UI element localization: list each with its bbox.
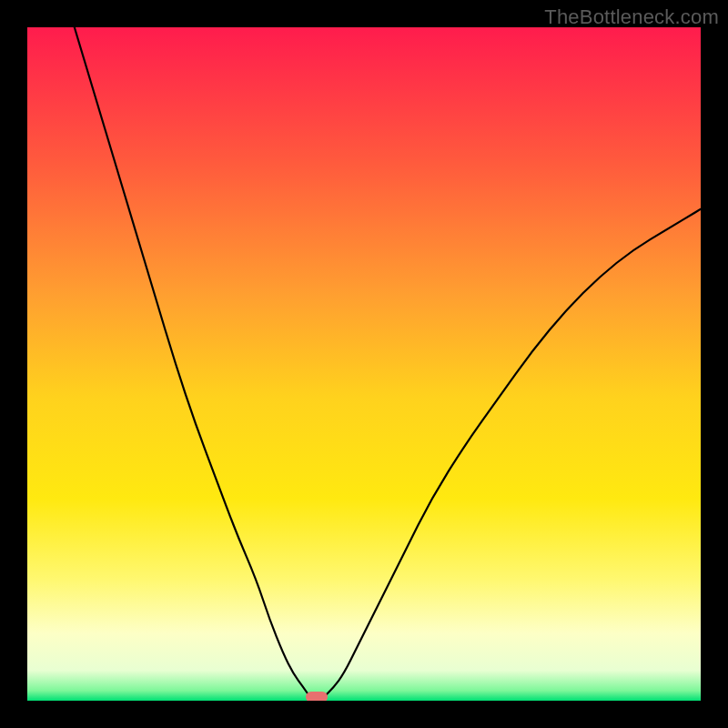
plot-area (27, 27, 701, 701)
curve-left-branch (75, 27, 310, 697)
minimum-marker (306, 692, 328, 701)
curve-right-branch (324, 209, 701, 698)
watermark-text: TheBottleneck.com (544, 5, 719, 29)
bottleneck-curve (27, 27, 701, 701)
chart-frame: TheBottleneck.com (0, 0, 728, 728)
